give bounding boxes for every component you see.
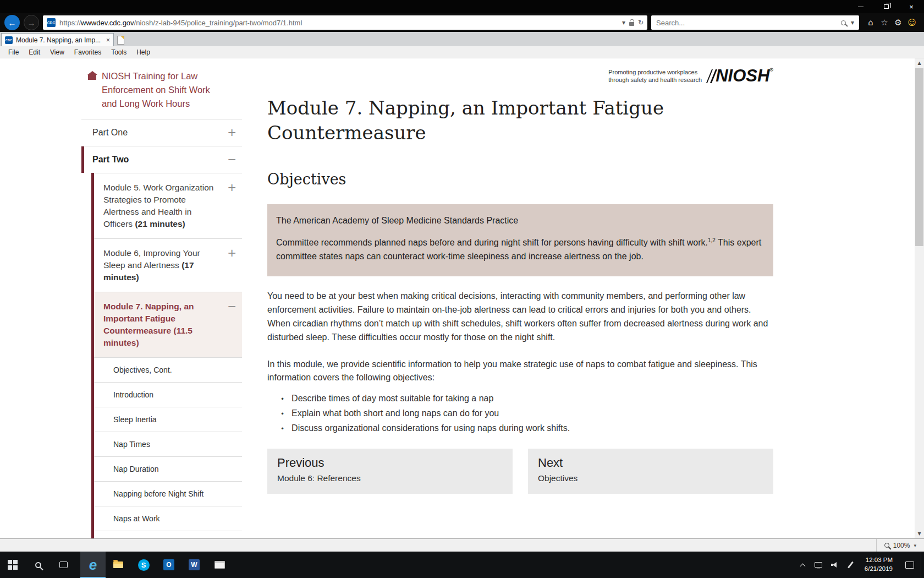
new-tab-button[interactable] bbox=[114, 34, 127, 46]
sidebar-item-part-two[interactable]: Part Two − bbox=[81, 146, 242, 173]
taskbar-internet-explorer[interactable]: e bbox=[80, 552, 106, 578]
sidebar-item-naps-at-work[interactable]: Naps at Work bbox=[94, 506, 242, 531]
course-title: NIOSH Training for Law Enforcement on Sh… bbox=[102, 69, 223, 110]
list-item: •Discuss organizational considerations f… bbox=[280, 423, 773, 433]
callout-box: The American Academy of Sleep Medicine S… bbox=[267, 204, 773, 277]
niosh-logo: NIOSH ® bbox=[707, 66, 773, 86]
settings-gear-icon[interactable]: ⚙ bbox=[892, 18, 904, 28]
niosh-tagline: Promoting productive workplaces through … bbox=[608, 68, 702, 84]
menu-help[interactable]: Help bbox=[131, 48, 155, 56]
autocomplete-caret-icon[interactable]: ▾ bbox=[622, 19, 625, 26]
tray-expand-button[interactable] bbox=[795, 552, 811, 578]
search-icon bbox=[35, 562, 41, 568]
tab-title: Module 7. Napping, an Imp... bbox=[16, 36, 103, 44]
close-button[interactable]: × bbox=[899, 0, 924, 13]
favorites-star-icon[interactable]: ☆ bbox=[878, 18, 890, 28]
outlook-icon: O bbox=[163, 559, 174, 570]
paragraph-2: In this module, we provide scientific in… bbox=[267, 358, 773, 385]
new-tab-icon bbox=[117, 36, 124, 45]
sidebar-item-module-7-active[interactable]: Module 7. Napping, an Important Fatigue … bbox=[94, 292, 242, 357]
search-caret-icon[interactable]: ▾ bbox=[851, 19, 854, 26]
address-bar[interactable]: CDC https://wwwdev.cdc.gov/niosh/z-lab-9… bbox=[43, 15, 647, 30]
taskbar-clock[interactable]: 12:03 PM 6/21/2019 bbox=[859, 552, 899, 578]
system-tray: 12:03 PM 6/21/2019 bbox=[795, 552, 924, 578]
sidebar-item-module-5[interactable]: Module 5. Work Organization Strategies t… bbox=[94, 173, 242, 238]
section-heading: Objectives bbox=[267, 171, 773, 188]
home-icon[interactable]: ⌂ bbox=[865, 18, 877, 28]
taskbar-skype[interactable]: S bbox=[131, 552, 156, 578]
forward-arrow-icon: → bbox=[28, 18, 36, 28]
back-arrow-icon: ← bbox=[8, 18, 16, 28]
restore-button[interactable] bbox=[873, 0, 899, 13]
search-icon[interactable] bbox=[841, 20, 846, 25]
action-center-button[interactable] bbox=[899, 552, 921, 578]
taskbar-search-button[interactable] bbox=[25, 552, 51, 578]
taskbar-outlook[interactable]: O bbox=[156, 552, 182, 578]
tray-network[interactable] bbox=[811, 552, 827, 578]
taskbar-app-window[interactable] bbox=[207, 552, 232, 578]
tab-favicon: CDC bbox=[5, 36, 13, 44]
tray-pen[interactable] bbox=[843, 552, 859, 578]
sidebar-item-module-6[interactable]: Module 6, Improving Your Sleep and Alert… bbox=[94, 238, 242, 292]
clock-time: 12:03 PM bbox=[866, 556, 893, 565]
sidebar-item-part-one[interactable]: Part One + bbox=[81, 119, 242, 146]
part-two-modules: Module 5. Work Organization Strategies t… bbox=[91, 173, 242, 538]
clock-date: 6/21/2019 bbox=[865, 565, 893, 574]
internet-explorer-icon: e bbox=[89, 558, 97, 572]
taskbar-word[interactable]: W bbox=[182, 552, 207, 578]
zoom-level: 100% bbox=[893, 542, 910, 549]
niosh-brand: Promoting productive workplaces through … bbox=[267, 66, 773, 86]
restore-icon bbox=[884, 4, 889, 9]
paragraph-1: You need to be at your best when making … bbox=[267, 290, 773, 344]
sidebar-item-objectives-cont[interactable]: Objectives, Cont. bbox=[94, 357, 242, 382]
page-viewport: NIOSH Training for Law Enforcement on Sh… bbox=[0, 58, 924, 538]
menu-favorites[interactable]: Favorites bbox=[69, 48, 106, 56]
browser-tab[interactable]: CDC Module 7. Napping, an Imp... × bbox=[1, 33, 114, 46]
minimize-button[interactable] bbox=[848, 0, 873, 13]
main-content: Promoting productive workplaces through … bbox=[267, 58, 773, 538]
tray-volume[interactable] bbox=[827, 552, 843, 578]
feedback-smiley-icon[interactable]: ☺ bbox=[906, 18, 918, 28]
sidebar-item-naps-at-work-cont[interactable]: Naps at Work, Cont. bbox=[94, 531, 242, 538]
sidebar-item-sleep-inertia[interactable]: Sleep Inertia bbox=[94, 407, 242, 432]
vertical-scrollbar[interactable]: ▲ ▼ bbox=[915, 58, 924, 538]
collapse-minus-icon[interactable]: − bbox=[227, 298, 237, 314]
scroll-up-icon[interactable]: ▲ bbox=[915, 58, 924, 68]
taskbar-file-explorer[interactable] bbox=[106, 552, 131, 578]
search-box[interactable]: Search... ▾ bbox=[651, 15, 859, 30]
browser-action-icons: ⌂ ☆ ⚙ ☺ bbox=[863, 18, 920, 28]
sidebar-item-napping-before-night-shift[interactable]: Napping before Night Shift bbox=[94, 481, 242, 506]
next-page-card[interactable]: Next Objectives bbox=[528, 449, 773, 494]
sidebar-item-nap-times[interactable]: Nap Times bbox=[94, 432, 242, 456]
menu-file[interactable]: File bbox=[3, 48, 24, 56]
show-desktop-button[interactable] bbox=[921, 552, 924, 578]
sidebar-item-introduction[interactable]: Introduction bbox=[94, 382, 242, 407]
screen: × ← → CDC https://wwwdev.cdc.gov/niosh/z… bbox=[0, 0, 924, 578]
bullet-icon: • bbox=[280, 408, 284, 418]
menu-tools[interactable]: Tools bbox=[106, 48, 131, 56]
page-title: Module 7. Napping, an Important Fatigue … bbox=[267, 96, 773, 145]
menu-view[interactable]: View bbox=[45, 48, 69, 56]
windows-logo-icon bbox=[8, 560, 18, 570]
scrollbar-thumb[interactable] bbox=[915, 68, 923, 246]
sidebar-home-link[interactable]: NIOSH Training for Law Enforcement on Sh… bbox=[81, 66, 242, 119]
search-input[interactable]: Search... bbox=[656, 19, 836, 27]
tab-close-icon[interactable]: × bbox=[106, 36, 110, 44]
start-button[interactable] bbox=[0, 552, 25, 578]
url-text[interactable]: https://wwwdev.cdc.gov/niosh/z-lab-945/p… bbox=[59, 19, 618, 27]
scroll-down-icon[interactable]: ▼ bbox=[915, 529, 924, 538]
task-view-button[interactable] bbox=[51, 552, 76, 578]
previous-page-card[interactable]: Previous Module 6: References bbox=[267, 449, 513, 494]
expand-plus-icon[interactable]: + bbox=[227, 245, 237, 260]
collapse-minus-icon[interactable]: − bbox=[227, 152, 237, 166]
expand-plus-icon[interactable]: + bbox=[227, 126, 237, 139]
zoom-control[interactable]: 100% ▾ bbox=[876, 539, 924, 552]
browser-navbar: ← → CDC https://wwwdev.cdc.gov/niosh/z-l… bbox=[0, 13, 924, 32]
expand-plus-icon[interactable]: + bbox=[227, 179, 237, 195]
refresh-icon[interactable]: ↻ bbox=[638, 19, 644, 26]
forward-button[interactable]: → bbox=[24, 15, 39, 30]
back-button[interactable]: ← bbox=[4, 15, 20, 30]
sidebar-item-nap-duration[interactable]: Nap Duration bbox=[94, 456, 242, 481]
menu-edit[interactable]: Edit bbox=[24, 48, 45, 56]
folder-icon bbox=[113, 561, 123, 568]
